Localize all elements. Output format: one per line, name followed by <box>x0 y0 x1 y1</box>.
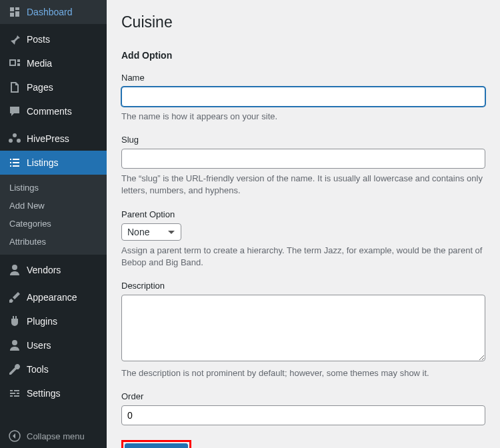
sliders-icon <box>8 387 21 400</box>
sidebar-item-pages[interactable]: Pages <box>0 75 107 99</box>
listings-submenu: Listings Add New Categories Attributes <box>0 175 107 255</box>
admin-sidebar: Dashboard Posts Media Pages Comments Hiv… <box>0 0 107 448</box>
description-label: Description <box>121 281 485 291</box>
description-help: The description is not prominent by defa… <box>121 367 485 379</box>
page-title: Cuisine <box>121 13 485 31</box>
name-help: The name is how it appears on your site. <box>121 111 485 123</box>
wrench-icon <box>8 363 21 376</box>
plugin-icon <box>8 315 21 328</box>
parent-select[interactable]: None <box>121 223 181 241</box>
name-input[interactable] <box>121 87 485 107</box>
menu-label: Listings <box>27 157 58 168</box>
sidebar-item-users[interactable]: Users <box>0 333 107 357</box>
sidebar-item-vendors[interactable]: Vendors <box>0 258 107 282</box>
field-order: Order <box>121 391 485 425</box>
slug-help: The “slug” is the URL-friendly version o… <box>121 173 485 197</box>
user-icon <box>8 339 21 352</box>
sidebar-item-dashboard[interactable]: Dashboard <box>0 0 107 24</box>
parent-label: Parent Option <box>121 209 485 219</box>
media-icon <box>8 57 21 70</box>
submenu-item-listings[interactable]: Listings <box>0 179 107 197</box>
collapse-label: Collapse menu <box>27 431 85 441</box>
menu-label: HivePress <box>27 133 69 144</box>
sidebar-item-appearance[interactable]: Appearance <box>0 285 107 309</box>
section-heading: Add Option <box>121 50 485 61</box>
pin-icon <box>8 33 21 46</box>
brush-icon <box>8 291 21 304</box>
sidebar-item-media[interactable]: Media <box>0 51 107 75</box>
menu-label: Appearance <box>27 292 77 303</box>
submenu-item-categories[interactable]: Categories <box>0 215 107 233</box>
menu-label: Comments <box>27 106 72 117</box>
sidebar-item-posts[interactable]: Posts <box>0 27 107 51</box>
submenu-item-add-new[interactable]: Add New <box>0 197 107 215</box>
comments-icon <box>8 105 21 118</box>
menu-label: Vendors <box>27 265 61 275</box>
description-input[interactable] <box>121 295 485 361</box>
slug-input[interactable] <box>121 149 485 169</box>
order-input[interactable] <box>121 405 485 425</box>
sidebar-item-hivepress[interactable]: HivePress <box>0 127 107 151</box>
hivepress-icon <box>8 132 21 145</box>
menu-label: Media <box>27 58 52 69</box>
listings-icon <box>8 156 21 169</box>
sidebar-item-settings[interactable]: Settings <box>0 381 107 405</box>
sidebar-item-listings[interactable]: Listings <box>0 151 107 175</box>
sidebar-item-tools[interactable]: Tools <box>0 357 107 381</box>
menu-label: Users <box>27 340 51 351</box>
main-content: Cuisine Add Option Name The name is how … <box>107 0 500 448</box>
vendors-icon <box>8 263 21 277</box>
field-name: Name The name is how it appears on your … <box>121 73 485 123</box>
collapse-icon <box>8 429 21 443</box>
field-parent: Parent Option None Assign a parent term … <box>121 209 485 269</box>
menu-label: Settings <box>27 388 61 399</box>
sidebar-item-plugins[interactable]: Plugins <box>0 309 107 333</box>
add-option-button[interactable]: Add Option <box>125 443 188 448</box>
dashboard-icon <box>8 5 21 19</box>
pages-icon <box>8 81 21 94</box>
menu-label: Posts <box>27 34 50 45</box>
collapse-menu[interactable]: Collapse menu <box>0 424 107 448</box>
menu-label: Pages <box>27 82 53 93</box>
field-description: Description The description is not promi… <box>121 281 485 379</box>
order-label: Order <box>121 391 485 401</box>
name-label: Name <box>121 73 485 83</box>
submenu-item-attributes[interactable]: Attributes <box>0 233 107 251</box>
menu-label: Dashboard <box>27 7 73 17</box>
parent-help: Assign a parent term to create a hierarc… <box>121 245 485 269</box>
menu-label: Plugins <box>27 316 57 327</box>
sidebar-item-comments[interactable]: Comments <box>0 99 107 123</box>
slug-label: Slug <box>121 135 485 145</box>
field-slug: Slug The “slug” is the URL-friendly vers… <box>121 135 485 197</box>
menu-label: Tools <box>27 364 49 375</box>
submit-highlight: Add Option <box>121 440 191 448</box>
